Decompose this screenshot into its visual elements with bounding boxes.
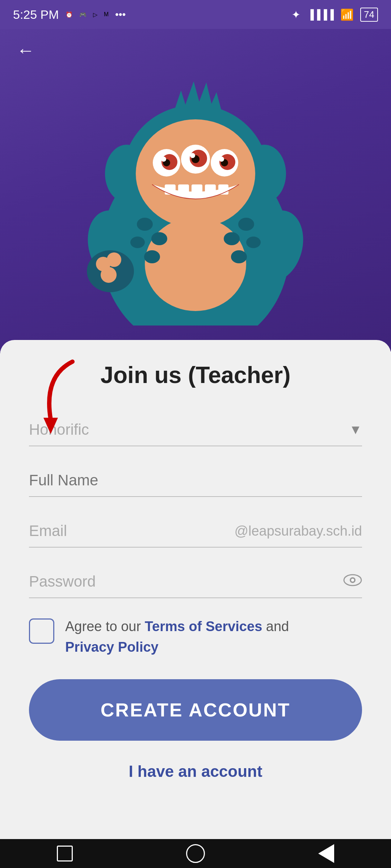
- nav-home-button[interactable]: [186, 844, 205, 863]
- monster-svg: [72, 61, 319, 326]
- status-time: 5:25 PM: [13, 8, 59, 22]
- nav-square-button[interactable]: [57, 846, 73, 861]
- svg-point-39: [144, 250, 160, 263]
- svg-point-33: [137, 218, 153, 231]
- svg-point-16: [190, 153, 195, 158]
- wifi-icon: 📶: [340, 8, 354, 21]
- status-bar: 5:25 PM ⏰ 🎮 ▷ M ••• ✦ ▐▐▐▐ 📶 74: [0, 0, 391, 29]
- svg-rect-24: [205, 184, 216, 195]
- terms-checkbox-row: Agree to our Terms of Services and Priva…: [29, 616, 362, 658]
- password-field[interactable]: Password: [29, 566, 362, 598]
- svg-point-35: [130, 237, 145, 248]
- svg-point-12: [161, 157, 166, 162]
- create-account-button[interactable]: CREATE ACCOUNT: [29, 679, 362, 741]
- svg-point-36: [238, 218, 254, 231]
- email-domain-suffix: @leapsurabay.sch.id: [234, 523, 362, 539]
- svg-point-20: [219, 157, 224, 162]
- password-toggle-icon[interactable]: [343, 573, 362, 590]
- game-icon: 🎮: [79, 11, 87, 18]
- terms-link[interactable]: Terms of Services: [145, 619, 262, 634]
- fullname-input[interactable]: [29, 464, 362, 496]
- play-icon: ▷: [93, 11, 97, 18]
- nav-triangle-icon: [318, 844, 334, 863]
- mail-icon: M: [104, 11, 109, 18]
- terms-checkbox[interactable]: [29, 618, 54, 644]
- svg-marker-51: [43, 418, 58, 434]
- svg-marker-2: [174, 90, 188, 114]
- svg-point-38: [246, 237, 261, 248]
- red-arrow-annotation: [22, 354, 87, 439]
- signal-icon: ▐▐▐▐: [307, 9, 334, 20]
- email-label: Email: [29, 522, 94, 540]
- svg-point-54: [351, 579, 354, 582]
- nav-bar: [0, 839, 391, 868]
- terms-text: Agree to our Terms of Services and Priva…: [65, 616, 289, 658]
- svg-rect-23: [192, 184, 202, 195]
- alarm-icon: ⏰: [66, 11, 73, 18]
- svg-point-37: [224, 232, 240, 245]
- have-account-link[interactable]: I have an account: [29, 762, 362, 780]
- svg-point-40: [231, 250, 247, 263]
- svg-rect-21: [165, 184, 176, 195]
- battery-icon: 74: [360, 8, 378, 22]
- email-field[interactable]: Email @leapsurabay.sch.id: [29, 515, 362, 548]
- nav-square-icon: [57, 846, 73, 861]
- nav-circle-icon: [186, 844, 205, 863]
- svg-point-31: [101, 267, 117, 283]
- monster-illustration: [0, 29, 391, 326]
- privacy-link[interactable]: Privacy Policy: [65, 639, 159, 655]
- password-label: Password: [29, 573, 343, 590]
- back-button[interactable]: ←: [13, 36, 38, 64]
- svg-marker-4: [197, 82, 213, 109]
- svg-point-34: [151, 232, 167, 245]
- bluetooth-icon: ✦: [291, 8, 300, 21]
- svg-point-26: [145, 217, 246, 311]
- svg-rect-22: [178, 184, 189, 195]
- svg-point-30: [107, 252, 121, 267]
- nav-back-button[interactable]: [318, 844, 334, 863]
- dots-icon: •••: [115, 9, 126, 20]
- fullname-field[interactable]: [29, 464, 362, 497]
- dropdown-arrow-icon: ▼: [349, 422, 362, 437]
